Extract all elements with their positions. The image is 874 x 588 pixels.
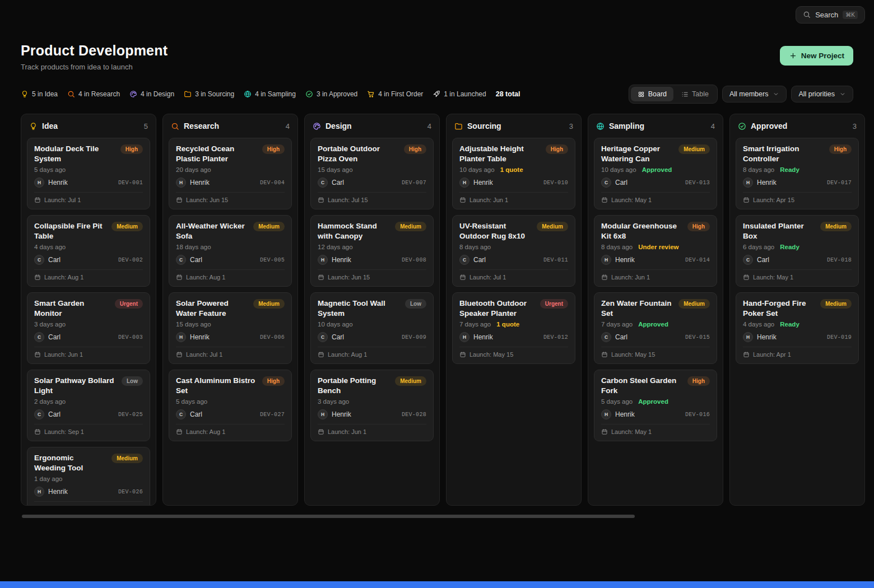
card[interactable]: UV-Resistant Outdoor Rug 8x10Medium8 day… — [452, 215, 575, 287]
page-subtitle: Track products from idea to launch — [21, 63, 168, 71]
card[interactable]: Adjustable Height Planter TableHigh10 da… — [452, 138, 575, 209]
globe-icon — [596, 122, 605, 130]
new-project-button[interactable]: New Project — [780, 46, 853, 66]
members-filter[interactable]: All members — [722, 86, 787, 102]
stat-label: 4 in First Order — [378, 90, 423, 98]
card-code: DEV-004 — [260, 180, 285, 186]
card-launch: Launch: Jun 1 — [601, 269, 710, 281]
card-launch-date: Launch: Sep 1 — [44, 428, 84, 435]
card-code: DEV-001 — [118, 180, 143, 186]
priorities-filter-value: All priorities — [798, 90, 835, 98]
card[interactable]: Carbon Steel Garden ForkHigh5 days agoAp… — [594, 370, 717, 441]
priority-badge: High — [262, 376, 285, 386]
card-launch: Launch: Jun 1 — [459, 192, 568, 203]
assignee-name: Carl — [48, 410, 61, 418]
column-header: Sampling4 — [588, 114, 723, 136]
card-launch-date: Launch: Jun 15 — [186, 197, 228, 203]
priority-badge: Low — [405, 299, 426, 309]
card-age: 12 days ago — [318, 244, 353, 250]
priority-badge: Medium — [111, 454, 143, 463]
card[interactable]: Solar Pathway Bollard LightLow2 days ago… — [27, 370, 150, 441]
board-grid-icon — [638, 91, 645, 98]
card-age: 5 days ago — [176, 398, 207, 405]
board-view-button[interactable]: Board — [631, 87, 673, 101]
card-launch-date: Launch: Apr 15 — [753, 197, 794, 203]
calendar-icon — [176, 274, 183, 281]
card[interactable]: Hammock Stand with CanopyMedium12 days a… — [310, 215, 434, 287]
card-status: Ready — [780, 321, 799, 328]
card[interactable]: Ergonomic Weeding ToolMedium1 day agoHHe… — [27, 447, 150, 505]
assignee-name: Henrik — [332, 410, 351, 418]
meta-row: 5 in Idea4 in Research4 in Design3 in So… — [0, 85, 874, 104]
card[interactable]: Heritage Copper Watering CanMedium10 day… — [594, 138, 717, 209]
card[interactable]: Portable Potting BenchMedium3 days agoHH… — [310, 370, 434, 441]
card-title: Portable Potting Bench — [318, 376, 390, 395]
priority-badge: Urgent — [540, 299, 568, 309]
card-launch: Launch: May 1 — [743, 269, 852, 281]
priority-badge: High — [687, 376, 710, 386]
search-icon — [171, 122, 179, 130]
card[interactable]: All-Weather Wicker SofaMedium18 days ago… — [169, 215, 292, 287]
card[interactable]: Zen Water Fountain SetMedium7 days agoAp… — [594, 292, 717, 364]
column-title: Sampling — [609, 122, 644, 130]
column-title: Research — [184, 122, 219, 130]
card[interactable]: Collapsible Fire Pit TableMedium4 days a… — [27, 215, 150, 287]
card-age: 8 days ago — [743, 166, 774, 173]
assignee-name: Henrik — [332, 256, 351, 264]
card[interactable]: Portable Outdoor Pizza OvenHigh15 days a… — [310, 138, 434, 209]
priority-badge: Medium — [395, 376, 426, 386]
card[interactable]: Bluetooth Outdoor Speaker PlanterUrgent7… — [452, 292, 575, 364]
card-code: DEV-011 — [543, 257, 568, 263]
card-code: DEV-005 — [260, 257, 285, 263]
card[interactable]: Solar Powered Water FeatureMedium15 days… — [169, 292, 292, 364]
card[interactable]: Smart Garden MonitorUrgent3 days agoCCar… — [27, 292, 150, 364]
card-status: 1 quote — [496, 321, 519, 328]
card[interactable]: Magnetic Tool Wall SystemLow10 days agoC… — [310, 292, 434, 364]
chevron-down-icon — [839, 91, 846, 97]
card[interactable]: Recycled Ocean Plastic PlanterHigh20 day… — [169, 138, 292, 209]
calendar-icon — [34, 274, 41, 281]
avatar: C — [34, 255, 44, 265]
search-shortcut: ⌘K — [843, 11, 858, 19]
card[interactable]: Cast Aluminum Bistro SetHigh5 days agoCC… — [169, 370, 292, 441]
avatar: H — [318, 255, 328, 265]
card-launch-date: Launch: Jun 15 — [328, 274, 370, 281]
column-cards: Smart Irrigation ControllerHigh8 days ag… — [730, 136, 864, 370]
card[interactable]: Smart Irrigation ControllerHigh8 days ag… — [736, 138, 859, 209]
search-label: Search — [815, 11, 838, 19]
table-view-button[interactable]: Table — [675, 87, 715, 101]
assignee-name: Carl — [332, 179, 344, 186]
calendar-icon — [459, 197, 466, 203]
check-circle-icon — [305, 90, 313, 98]
chevron-icon — [839, 91, 846, 97]
card-title: Zen Water Fountain Set — [601, 298, 674, 318]
avatar: H — [34, 487, 44, 497]
calendar-icon — [459, 351, 466, 358]
stat-item: 4 in First Order — [367, 90, 423, 98]
search-button[interactable]: Search ⌘K — [796, 6, 865, 24]
board-wrap: Idea5Modular Deck Tile SystemHigh5 days … — [0, 104, 874, 506]
column-header: Sourcing3 — [447, 114, 581, 136]
card[interactable]: Hand-Forged Fire Poker SetMedium4 days a… — [736, 292, 859, 364]
column-sampling: Sampling4Heritage Copper Watering CanMed… — [588, 114, 723, 506]
page-header: Product Development Track products from … — [0, 43, 874, 71]
page-title: Product Development — [21, 43, 168, 59]
scrollbar-thumb[interactable] — [22, 515, 635, 518]
card-launch-date: Launch: May 1 — [753, 274, 793, 281]
stat-item: 3 in Approved — [305, 90, 357, 98]
card-launch-date: Launch: Apr 1 — [753, 351, 791, 358]
card-title: Recycled Ocean Plastic Planter — [176, 144, 258, 164]
card[interactable]: Insulated Planter BoxMedium6 days agoRea… — [736, 215, 859, 287]
card-title: Portable Outdoor Pizza Oven — [318, 144, 399, 164]
card[interactable]: Modular Deck Tile SystemHigh5 days agoHH… — [27, 138, 150, 209]
priority-badge: High — [829, 144, 852, 154]
priorities-filter[interactable]: All priorities — [791, 86, 853, 102]
assignee-name: Henrik — [48, 179, 68, 186]
stat-item: 4 in Research — [67, 90, 120, 98]
calendar-icon — [743, 274, 750, 281]
column-count: 4 — [711, 122, 715, 130]
column-cards: Portable Outdoor Pizza OvenHigh15 days a… — [305, 136, 439, 447]
priority-badge: Urgent — [115, 299, 143, 309]
card[interactable]: Modular Greenhouse Kit 6x8High8 days ago… — [594, 215, 717, 287]
avatar: C — [743, 255, 753, 265]
